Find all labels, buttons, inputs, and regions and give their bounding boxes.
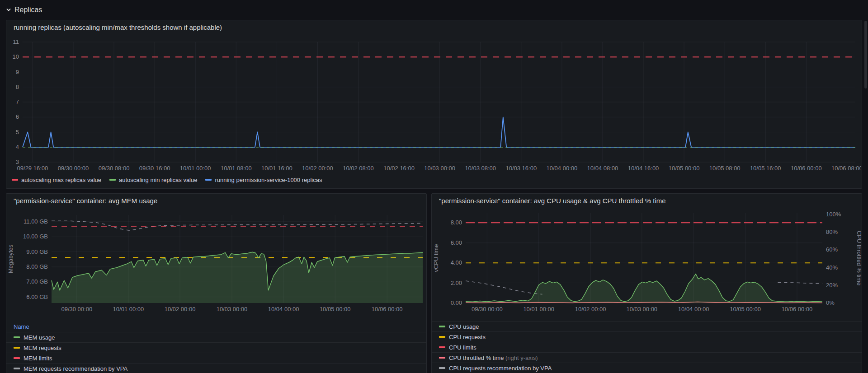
- svg-text:10/06 00:00: 10/06 00:00: [782, 306, 813, 312]
- svg-text:Megabytes: Megabytes: [7, 244, 14, 273]
- section-title: Replicas: [14, 6, 42, 14]
- svg-text:10/01 00:00: 10/01 00:00: [113, 306, 144, 312]
- svg-text:7: 7: [16, 98, 19, 105]
- legend-item[interactable]: running permission-service-1000 replicas: [205, 177, 322, 183]
- svg-text:10/04 00:00: 10/04 00:00: [268, 306, 299, 312]
- svg-text:5: 5: [16, 129, 19, 135]
- svg-text:6.00 GB: 6.00 GB: [26, 294, 48, 300]
- svg-text:10/05 08:00: 10/05 08:00: [709, 165, 741, 172]
- svg-text:10/03 00:00: 10/03 00:00: [424, 165, 455, 172]
- legend-item[interactable]: autoscaling max replicas value: [12, 177, 101, 183]
- cpu-chart[interactable]: 09/30 00:0010/01 00:0010/02 00:0010/03 0…: [432, 206, 861, 321]
- legend-row[interactable]: CPU throttled % time (right y-axis): [432, 352, 862, 363]
- legend-item[interactable]: autoscaling min replicas value: [109, 177, 197, 183]
- svg-text:10/02 08:00: 10/02 08:00: [343, 165, 374, 172]
- panel-title[interactable]: "permission-service" container: avg CPU …: [432, 194, 862, 206]
- series-marker: [14, 368, 20, 369]
- legend-label: autoscaling max replicas value: [21, 177, 101, 183]
- legend-row[interactable]: CPU limits: [432, 342, 862, 352]
- svg-text:9.00 GB: 9.00 GB: [26, 248, 48, 255]
- legend-row[interactable]: MEM limits: [6, 353, 426, 363]
- legend-row[interactable]: CPU usage: [432, 321, 862, 331]
- legend-table: CPU usage CPU requests CPU limits CPU th…: [432, 321, 862, 373]
- svg-text:09/30 16:00: 09/30 16:00: [139, 165, 170, 172]
- svg-text:10/03 00:00: 10/03 00:00: [626, 306, 657, 312]
- svg-text:10/01 16:00: 10/01 16:00: [261, 165, 292, 172]
- legend-row[interactable]: MEM usage: [6, 332, 426, 342]
- svg-text:10/02 00:00: 10/02 00:00: [575, 306, 606, 312]
- svg-text:10/04 16:00: 10/04 16:00: [628, 165, 659, 172]
- legend-label: CPU requests: [449, 334, 486, 340]
- svg-text:10/03 00:00: 10/03 00:00: [217, 306, 248, 312]
- svg-text:9: 9: [16, 69, 19, 75]
- svg-text:10/01 08:00: 10/01 08:00: [221, 165, 252, 172]
- series-marker: [439, 357, 445, 359]
- series-marker: [205, 179, 212, 181]
- svg-text:4.00: 4.00: [451, 259, 462, 266]
- series-marker: [14, 347, 20, 349]
- svg-text:vCPU time: vCPU time: [433, 244, 439, 272]
- svg-text:20%: 20%: [826, 282, 838, 289]
- legend-label: CPU limits: [449, 344, 476, 351]
- legend-row[interactable]: MEM requests recommendation by VPA: [6, 363, 426, 373]
- svg-text:11.00 GB: 11.00 GB: [24, 218, 48, 225]
- mem-chart[interactable]: 09/30 00:0010/01 00:0010/02 00:0010/03 0…: [6, 206, 426, 321]
- legend-label: MEM usage: [24, 334, 55, 341]
- svg-text:10/05 00:00: 10/05 00:00: [320, 306, 351, 312]
- svg-text:0%: 0%: [826, 299, 835, 306]
- svg-text:8.00 GB: 8.00 GB: [26, 263, 48, 270]
- legend-header-name[interactable]: Name: [6, 321, 61, 332]
- svg-text:10/04 08:00: 10/04 08:00: [587, 165, 618, 172]
- series-marker: [439, 336, 445, 338]
- series-marker: [109, 179, 116, 181]
- legend-label: running permission-service-1000 replicas: [215, 177, 322, 183]
- svg-text:8: 8: [16, 84, 19, 90]
- panel-mem-usage: "permission-service" container: avg MEM …: [6, 193, 427, 373]
- panel-cpu-usage: "permission-service" container: avg CPU …: [431, 193, 862, 373]
- section-header-replicas[interactable]: Replicas: [6, 4, 862, 16]
- svg-text:10/05 00:00: 10/05 00:00: [730, 306, 761, 312]
- svg-text:10/06 00:00: 10/06 00:00: [791, 165, 822, 172]
- replicas-chart[interactable]: 09/29 16:0009/30 00:0009/30 08:0009/30 1…: [6, 33, 861, 174]
- legend-label: autoscaling min replicas value: [119, 177, 197, 183]
- svg-text:40%: 40%: [826, 264, 838, 271]
- legend-label: CPU usage: [449, 323, 479, 330]
- legend-label: CPU throttled % time (right y-axis): [449, 354, 538, 361]
- svg-text:2.00: 2.00: [451, 280, 462, 286]
- chevron-down-icon: [6, 7, 11, 13]
- svg-text:10: 10: [13, 53, 19, 60]
- dashboard: Replicas running replicas (autoscaling m…: [0, 0, 868, 373]
- series-marker: [439, 326, 445, 327]
- legend-row[interactable]: MEM requests: [6, 342, 426, 353]
- panel-title[interactable]: running replicas (autoscaling min/max th…: [6, 20, 862, 33]
- svg-text:10/05 16:00: 10/05 16:00: [750, 165, 781, 172]
- legend-row[interactable]: CPU requests: [432, 331, 862, 342]
- svg-text:10/06 00:00: 10/06 00:00: [372, 306, 403, 312]
- svg-text:100%: 100%: [826, 211, 841, 218]
- legend-label: MEM requests recommendation by VPA: [24, 365, 127, 372]
- legend-row[interactable]: CPU requests recommendation by VPA: [432, 363, 862, 373]
- svg-text:10/02 00:00: 10/02 00:00: [302, 165, 333, 172]
- series-marker: [439, 346, 445, 348]
- svg-text:10/04 00:00: 10/04 00:00: [678, 306, 709, 312]
- svg-text:09/29 16:00: 09/29 16:00: [17, 165, 48, 172]
- series-marker: [14, 357, 20, 359]
- svg-text:10/01 00:00: 10/01 00:00: [523, 306, 554, 312]
- panel-title[interactable]: "permission-service" container: avg MEM …: [6, 194, 426, 206]
- svg-text:7.00 GB: 7.00 GB: [26, 278, 48, 285]
- svg-text:3: 3: [16, 159, 19, 165]
- series-marker: [14, 336, 20, 338]
- series-marker: [439, 367, 445, 369]
- svg-text:09/30 08:00: 09/30 08:00: [99, 165, 130, 172]
- svg-text:CPU throttled % time: CPU throttled % time: [856, 231, 861, 285]
- svg-text:80%: 80%: [826, 228, 838, 235]
- series-marker: [12, 179, 18, 181]
- legend: autoscaling max replicas value autoscali…: [6, 174, 862, 186]
- legend-label-suffix: (right y-axis): [504, 354, 538, 361]
- svg-text:10/05 00:00: 10/05 00:00: [669, 165, 700, 172]
- svg-text:6.00: 6.00: [451, 239, 462, 246]
- legend-label-text: CPU throttled % time: [449, 354, 504, 361]
- svg-text:10/01 00:00: 10/01 00:00: [180, 165, 211, 172]
- legend-label: MEM limits: [24, 355, 52, 362]
- page-scrollbar[interactable]: [864, 21, 867, 89]
